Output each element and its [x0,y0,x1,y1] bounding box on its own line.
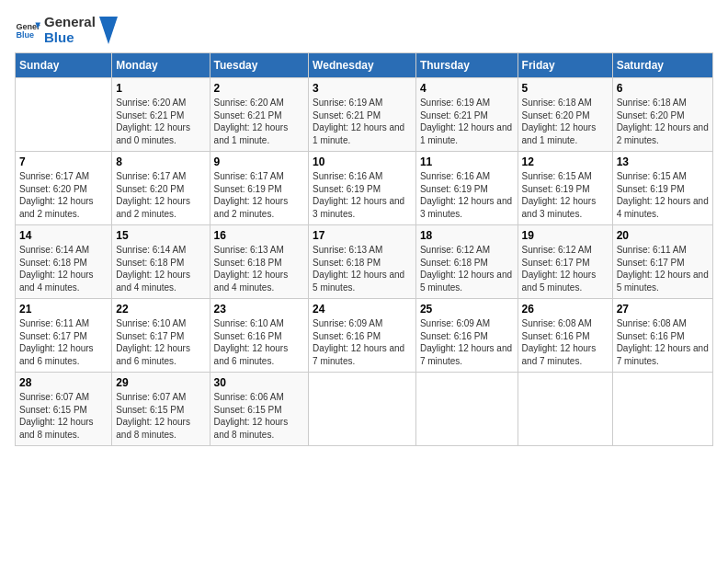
day-info: Sunrise: 6:09 AM Sunset: 6:16 PM Dayligh… [313,317,412,367]
day-number: 28 [19,376,108,389]
calendar-cell: 27 Sunrise: 6:08 AM Sunset: 6:16 PM Dayl… [612,299,712,373]
day-of-week-header: Tuesday [210,53,309,78]
day-number: 8 [116,155,205,168]
day-info: Sunrise: 6:12 AM Sunset: 6:18 PM Dayligh… [420,244,514,293]
day-info: Sunrise: 6:15 AM Sunset: 6:19 PM Dayligh… [617,170,709,220]
day-info: Sunrise: 6:12 AM Sunset: 6:17 PM Dayligh… [522,244,609,293]
day-info: Sunrise: 6:08 AM Sunset: 6:16 PM Dayligh… [522,317,609,367]
day-number: 26 [522,303,609,316]
calendar-cell: 17 Sunrise: 6:13 AM Sunset: 6:18 PM Dayl… [309,225,416,299]
calendar-cell: 10 Sunrise: 6:16 AM Sunset: 6:19 PM Dayl… [309,152,416,225]
calendar-cell: 8 Sunrise: 6:17 AM Sunset: 6:20 PM Dayli… [112,152,210,225]
calendar-cell [415,373,518,446]
day-info: Sunrise: 6:09 AM Sunset: 6:16 PM Dayligh… [420,317,514,367]
calendar-cell: 28 Sunrise: 6:07 AM Sunset: 6:15 PM Dayl… [16,373,112,446]
calendar-cell [612,373,712,446]
day-number: 19 [522,229,609,242]
calendar-cell: 25 Sunrise: 6:09 AM Sunset: 6:16 PM Dayl… [415,299,518,373]
calendar-cell: 16 Sunrise: 6:13 AM Sunset: 6:18 PM Dayl… [210,225,309,299]
calendar-cell: 29 Sunrise: 6:07 AM Sunset: 6:15 PM Dayl… [112,373,210,446]
day-number: 13 [617,155,709,168]
calendar-week-row: 21 Sunrise: 6:11 AM Sunset: 6:17 PM Dayl… [16,299,713,373]
day-number: 17 [313,229,412,242]
calendar-cell: 11 Sunrise: 6:16 AM Sunset: 6:19 PM Dayl… [415,152,518,225]
day-of-week-header: Saturday [612,53,712,78]
day-number: 10 [313,155,412,168]
day-info: Sunrise: 6:20 AM Sunset: 6:21 PM Dayligh… [116,97,205,146]
day-number: 27 [617,303,709,316]
day-info: Sunrise: 6:11 AM Sunset: 6:17 PM Dayligh… [617,244,709,293]
calendar-cell: 13 Sunrise: 6:15 AM Sunset: 6:19 PM Dayl… [612,152,712,225]
logo-blue-text: Blue [44,30,96,46]
calendar-cell: 3 Sunrise: 6:19 AM Sunset: 6:21 PM Dayli… [309,78,416,152]
day-info: Sunrise: 6:11 AM Sunset: 6:17 PM Dayligh… [19,317,108,367]
logo-arrow-icon [99,17,118,44]
day-number: 25 [420,303,514,316]
day-info: Sunrise: 6:17 AM Sunset: 6:20 PM Dayligh… [116,170,205,220]
calendar-cell: 18 Sunrise: 6:12 AM Sunset: 6:18 PM Dayl… [415,225,518,299]
day-info: Sunrise: 6:10 AM Sunset: 6:16 PM Dayligh… [214,317,305,367]
days-header-row: SundayMondayTuesdayWednesdayThursdayFrid… [16,53,713,78]
calendar-cell: 15 Sunrise: 6:14 AM Sunset: 6:18 PM Dayl… [112,225,210,299]
day-number: 5 [522,82,609,95]
calendar-table: SundayMondayTuesdayWednesdayThursdayFrid… [15,52,713,446]
day-info: Sunrise: 6:16 AM Sunset: 6:19 PM Dayligh… [313,170,412,220]
calendar-cell: 2 Sunrise: 6:20 AM Sunset: 6:21 PM Dayli… [210,78,309,152]
calendar-cell [16,78,112,152]
calendar-header: SundayMondayTuesdayWednesdayThursdayFrid… [16,53,713,78]
page-header: General Blue General Blue [15,15,713,45]
calendar-cell [518,373,612,446]
day-number: 30 [214,376,305,389]
day-number: 11 [420,155,514,168]
calendar-cell: 7 Sunrise: 6:17 AM Sunset: 6:20 PM Dayli… [16,152,112,225]
day-number: 3 [313,82,412,95]
day-number: 18 [420,229,514,242]
day-number: 29 [116,376,205,389]
calendar-week-row: 14 Sunrise: 6:14 AM Sunset: 6:18 PM Dayl… [16,225,713,299]
day-info: Sunrise: 6:20 AM Sunset: 6:21 PM Dayligh… [214,97,305,146]
logo-general-text: General [44,15,96,30]
day-info: Sunrise: 6:19 AM Sunset: 6:21 PM Dayligh… [420,97,514,146]
calendar-cell: 1 Sunrise: 6:20 AM Sunset: 6:21 PM Dayli… [112,78,210,152]
calendar-cell: 22 Sunrise: 6:10 AM Sunset: 6:17 PM Dayl… [112,299,210,373]
day-info: Sunrise: 6:07 AM Sunset: 6:15 PM Dayligh… [116,391,205,441]
day-number: 20 [617,229,709,242]
day-info: Sunrise: 6:10 AM Sunset: 6:17 PM Dayligh… [116,317,205,367]
calendar-cell: 21 Sunrise: 6:11 AM Sunset: 6:17 PM Dayl… [16,299,112,373]
day-info: Sunrise: 6:18 AM Sunset: 6:20 PM Dayligh… [617,97,709,146]
calendar-cell: 30 Sunrise: 6:06 AM Sunset: 6:15 PM Dayl… [210,373,309,446]
day-info: Sunrise: 6:13 AM Sunset: 6:18 PM Dayligh… [313,244,412,293]
calendar-body: 1 Sunrise: 6:20 AM Sunset: 6:21 PM Dayli… [16,78,713,446]
day-number: 7 [19,155,108,168]
day-number: 1 [116,82,205,95]
day-of-week-header: Monday [112,53,210,78]
svg-marker-3 [99,17,118,44]
calendar-cell: 24 Sunrise: 6:09 AM Sunset: 6:16 PM Dayl… [309,299,416,373]
day-number: 16 [214,229,305,242]
logo: General Blue General Blue [15,15,118,45]
day-info: Sunrise: 6:15 AM Sunset: 6:19 PM Dayligh… [522,170,609,220]
day-info: Sunrise: 6:14 AM Sunset: 6:18 PM Dayligh… [116,244,205,293]
day-info: Sunrise: 6:06 AM Sunset: 6:15 PM Dayligh… [214,391,305,441]
calendar-week-row: 7 Sunrise: 6:17 AM Sunset: 6:20 PM Dayli… [16,152,713,225]
calendar-cell [309,373,416,446]
calendar-cell: 26 Sunrise: 6:08 AM Sunset: 6:16 PM Dayl… [518,299,612,373]
day-of-week-header: Friday [518,53,612,78]
calendar-week-row: 28 Sunrise: 6:07 AM Sunset: 6:15 PM Dayl… [16,373,713,446]
day-info: Sunrise: 6:17 AM Sunset: 6:20 PM Dayligh… [19,170,108,220]
day-number: 15 [116,229,205,242]
day-number: 24 [313,303,412,316]
calendar-cell: 5 Sunrise: 6:18 AM Sunset: 6:20 PM Dayli… [518,78,612,152]
day-info: Sunrise: 6:16 AM Sunset: 6:19 PM Dayligh… [420,170,514,220]
day-of-week-header: Thursday [415,53,518,78]
day-info: Sunrise: 6:08 AM Sunset: 6:16 PM Dayligh… [617,317,709,367]
day-number: 2 [214,82,305,95]
day-info: Sunrise: 6:14 AM Sunset: 6:18 PM Dayligh… [19,244,108,293]
day-info: Sunrise: 6:18 AM Sunset: 6:20 PM Dayligh… [522,97,609,146]
calendar-cell: 19 Sunrise: 6:12 AM Sunset: 6:17 PM Dayl… [518,225,612,299]
calendar-cell: 20 Sunrise: 6:11 AM Sunset: 6:17 PM Dayl… [612,225,712,299]
day-info: Sunrise: 6:07 AM Sunset: 6:15 PM Dayligh… [19,391,108,441]
day-number: 21 [19,303,108,316]
day-of-week-header: Wednesday [309,53,416,78]
day-number: 9 [214,155,305,168]
